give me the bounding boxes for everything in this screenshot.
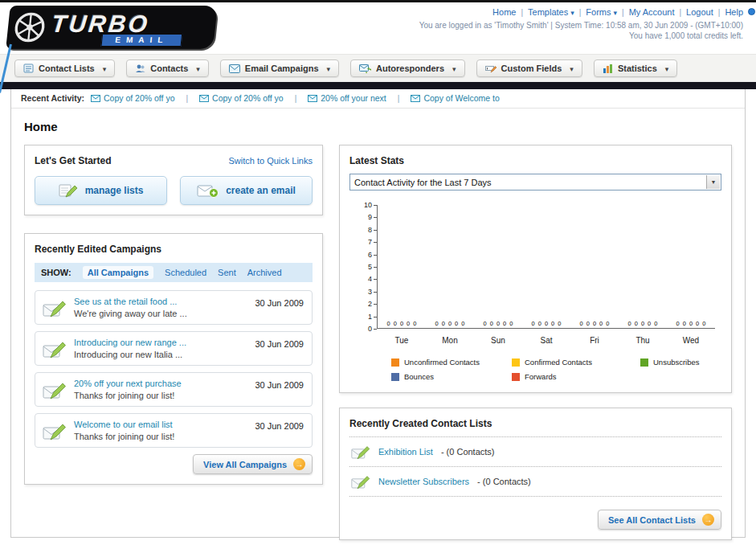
tab-scheduled[interactable]: Scheduled	[165, 268, 206, 277]
chart-value-label: 0	[532, 321, 535, 327]
campaign-row[interactable]: 20% off your next purchase Thanks for jo…	[35, 372, 313, 407]
x-axis-label: Sun	[474, 333, 522, 345]
y-tick-label: 3	[368, 288, 377, 296]
top-link-logout[interactable]: Logout	[686, 7, 713, 17]
nav-tab-custom-fields[interactable]: Custom Fields	[476, 59, 582, 77]
recent-activity-item-label: 20% off your next	[321, 93, 386, 103]
campaign-title-link[interactable]: See us at the retail food ...	[74, 297, 243, 306]
campaign-date: 30 Jun 2009	[255, 380, 304, 390]
chevron-down-icon	[193, 64, 200, 73]
campaign-filter-bar: SHOW: All Campaigns Scheduled Sent Archi…	[35, 263, 313, 282]
nav-tab-autoresponders[interactable]: Autoresponders	[350, 59, 465, 77]
y-tick-label: 0	[368, 325, 377, 333]
legend-item: Unsubscribes	[640, 358, 715, 367]
chart-value-label: 0	[538, 321, 541, 327]
select-dropdown-arrow-icon[interactable]	[706, 175, 720, 189]
chart-groups: 00000000000000000000000000000000000	[378, 205, 715, 328]
chevron-down-icon	[100, 64, 107, 73]
nav-tab-label: Contacts	[150, 64, 188, 73]
y-tick-label: 9	[368, 213, 377, 221]
separator	[393, 93, 405, 103]
chart-value-label: 0	[558, 321, 561, 327]
campaign-list: See us at the retail food ... We're givi…	[35, 290, 313, 448]
campaign-date: 30 Jun 2009	[255, 339, 304, 349]
recent-activity-bar: Recent Activity: Copy of 20% off yo Copy…	[11, 89, 745, 109]
envelope-pencil-icon	[43, 421, 67, 440]
envelope-plus-icon	[197, 183, 219, 198]
chart-value-label: 0	[599, 321, 603, 327]
separator	[675, 7, 687, 17]
recent-activity-item[interactable]: Copy of 20% off yo	[199, 93, 284, 103]
envelope-pencil-icon	[43, 339, 67, 358]
top-link-my-account[interactable]: My Account	[629, 7, 675, 17]
show-label: SHOW:	[41, 268, 72, 277]
contact-list-link[interactable]: Exhibition List	[378, 447, 433, 457]
tab-sent[interactable]: Sent	[218, 268, 236, 277]
chart-value-label: 0	[461, 321, 464, 327]
campaign-title-link[interactable]: 20% off your next purchase	[74, 379, 243, 388]
nav-tab-email-campaigns[interactable]: Email Campaigns	[220, 59, 339, 77]
see-all-contact-lists-button[interactable]: See All Contact Lists	[598, 510, 721, 530]
contact-list-row[interactable]: Exhibition List - (0 Contacts)	[349, 437, 721, 467]
campaign-row[interactable]: Welcome to our email list Thanks for joi…	[35, 413, 313, 448]
chart-value-label: 0	[509, 321, 513, 327]
pencil-list-icon	[59, 183, 78, 198]
header: TURBO EMAIL HomeTemplatesFormsMy Account…	[0, 2, 756, 54]
campaign-subtitle: Introducing our new Italia ...	[74, 350, 243, 359]
create-email-button[interactable]: create an email	[180, 176, 313, 205]
legend-swatch	[391, 373, 399, 381]
view-all-campaigns-button[interactable]: View All Campaigns	[193, 454, 313, 474]
chart-value-label: 0	[387, 321, 390, 327]
chart-value-group: 00000	[619, 321, 667, 329]
recent-activity-item[interactable]: Copy of 20% off yo	[91, 93, 175, 103]
tab-archived[interactable]: Archived	[247, 268, 282, 277]
x-axis-label: Tue	[378, 333, 426, 345]
nav-tab-label: Email Campaigns	[245, 64, 319, 73]
chart-value-label: 0	[490, 321, 493, 327]
nav-tab-statistics[interactable]: Statistics	[594, 59, 677, 77]
nav-tab-contacts[interactable]: Contacts	[126, 59, 209, 77]
stats-period-value: Contact Activity for the Last 7 Days	[354, 178, 492, 187]
top-link-home[interactable]: Home	[492, 7, 516, 17]
x-axis-label: Thu	[619, 333, 667, 345]
envelope-pencil-icon	[351, 473, 370, 490]
campaign-row[interactable]: See us at the retail food ... We're givi…	[35, 290, 313, 325]
see-all-contact-lists-label: See All Contact Lists	[608, 515, 696, 525]
campaign-title-link[interactable]: Introducing our new range ...	[74, 338, 243, 347]
campaign-row[interactable]: Introducing our new range ... Introducin…	[35, 331, 313, 366]
y-tick-label: 8	[368, 226, 377, 234]
top-link-templates-label: Templates	[528, 7, 568, 17]
latest-stats-panel: Latest Stats Contact Activity for the La…	[339, 145, 732, 393]
arrow-right-icon	[702, 514, 714, 526]
top-link-forms[interactable]: Forms	[586, 7, 617, 17]
contact-activity-chart: 109876543210 000000000000000000000000000…	[349, 205, 721, 381]
legend-label: Unconfirmed Contacts	[404, 358, 480, 367]
main-navigation: Contact Lists Contacts Email Campaigns A…	[0, 54, 756, 82]
contact-list-link[interactable]: Newsletter Subscribers	[378, 477, 469, 486]
recent-activity-item[interactable]: 20% off your next	[308, 93, 386, 103]
chart-y-labels: 109876543210	[356, 201, 377, 333]
switch-quick-links-link[interactable]: Switch to Quick Links	[228, 156, 313, 166]
separator	[516, 7, 528, 17]
top-link-templates[interactable]: Templates	[528, 7, 574, 17]
campaign-title-link[interactable]: Welcome to our email list	[74, 420, 243, 429]
contact-list-row[interactable]: Newsletter Subscribers - (0 Contacts)	[349, 467, 721, 497]
contact-list-count: - (0 Contacts)	[441, 447, 495, 457]
legend-label: Bounces	[404, 372, 434, 381]
right-column: Latest Stats Contact Activity for the La…	[339, 145, 732, 540]
view-all-campaigns-label: View All Campaigns	[203, 460, 287, 469]
top-link-help[interactable]: Help	[725, 7, 743, 17]
app-logo[interactable]: TURBO EMAIL	[6, 6, 218, 49]
y-tick-label: 6	[368, 251, 377, 259]
recent-activity-item[interactable]: Copy of Welcome to	[411, 93, 499, 103]
manage-lists-button[interactable]: manage lists	[35, 176, 167, 205]
help-indicator-dot[interactable]	[748, 8, 755, 15]
legend-label: Confirmed Contacts	[525, 358, 592, 367]
stats-period-select[interactable]: Contact Activity for the Last 7 Days	[349, 174, 721, 191]
nav-tab-contact-lists[interactable]: Contact Lists	[14, 59, 115, 77]
envelope-pencil-icon	[43, 298, 67, 318]
chevron-down-icon	[324, 64, 331, 73]
nav-tab-label: Contact Lists	[39, 64, 95, 73]
tab-all-campaigns[interactable]: All Campaigns	[83, 266, 153, 279]
email-campaigns-icon	[229, 64, 240, 73]
